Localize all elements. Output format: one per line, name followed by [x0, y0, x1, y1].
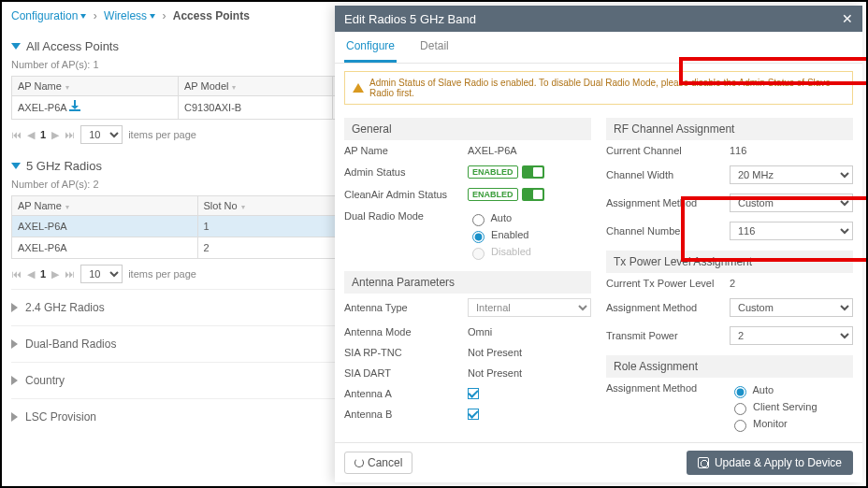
edit-radio-modal: Edit Radios 5 GHz Band ✕ Configure Detai… — [335, 6, 862, 482]
close-icon[interactable]: ✕ — [842, 11, 853, 26]
pager-next-icon[interactable]: ▶ — [51, 129, 59, 141]
crumb-wireless[interactable]: Wireless — [104, 9, 155, 22]
chevron-down-icon — [11, 163, 21, 169]
modal-header: Edit Radios 5 GHz Band ✕ — [335, 6, 862, 32]
role-method-group: Auto Client Serving Monitor — [730, 382, 817, 433]
group-rf: RF Channel Assignment — [606, 118, 853, 140]
cancel-icon — [354, 458, 364, 467]
role-client[interactable]: Client Serving — [730, 399, 817, 416]
pager-label: items per page — [128, 129, 196, 140]
chevron-down-icon — [80, 14, 86, 19]
rf-method-select[interactable]: Custom — [730, 194, 853, 212]
antenna-b-checkbox[interactable] — [468, 409, 479, 420]
channel-number-select[interactable]: 116 — [730, 222, 853, 240]
crumb-configuration[interactable]: Configuration — [11, 9, 86, 22]
chevron-right-icon: › — [90, 9, 101, 22]
admin-status-toggle[interactable]: ENABLED — [468, 165, 544, 179]
chevron-down-icon — [11, 43, 21, 50]
role-auto[interactable]: Auto — [730, 382, 817, 399]
warning-icon — [353, 83, 364, 93]
apply-icon — [698, 457, 709, 468]
apply-button[interactable]: Update & Apply to Device — [687, 451, 853, 475]
pager-next-icon[interactable]: ▶ — [51, 268, 59, 280]
cancel-button[interactable]: Cancel — [344, 452, 412, 474]
group-role: Role Assignment — [606, 355, 853, 378]
pager-size-select[interactable]: 10 — [80, 265, 123, 283]
group-tx: Tx Power Level Assignment — [606, 251, 853, 273]
chevron-right-icon — [11, 303, 18, 312]
pager-label: items per page — [128, 268, 196, 280]
group-general: General — [344, 118, 591, 140]
pager-last-icon[interactable]: ⏭ — [65, 268, 75, 280]
ap-name-value: AXEL-P6A — [468, 145, 591, 156]
chevron-down-icon — [150, 14, 155, 19]
dual-radio-mode-group: Auto Enabled Disabled — [468, 210, 531, 261]
modal-tabs: Configure Detail — [335, 32, 862, 64]
pager-first-icon[interactable]: ⏮ — [11, 129, 22, 140]
transmit-power-select[interactable]: 2 — [730, 326, 853, 345]
warning-banner: Admin Status of Slave Radio is enabled. … — [344, 71, 853, 105]
pager-prev-icon[interactable]: ◀ — [27, 129, 35, 141]
dual-mode-enabled[interactable]: Enabled — [468, 227, 531, 244]
col-ap-model[interactable]: AP Model▾ — [178, 77, 332, 96]
download-icon[interactable] — [69, 102, 80, 111]
modal-footer: Cancel Update & Apply to Device — [335, 442, 862, 482]
pager-last-icon[interactable]: ⏭ — [65, 129, 75, 140]
tab-detail[interactable]: Detail — [418, 32, 451, 60]
crumb-access-points: Access Points — [173, 9, 250, 22]
pager-size-select[interactable]: 10 — [80, 125, 123, 144]
chevron-right-icon — [11, 376, 18, 385]
tab-configure[interactable]: Configure — [344, 32, 397, 63]
role-monitor[interactable]: Monitor — [730, 416, 817, 433]
pager-prev-icon[interactable]: ◀ — [27, 268, 35, 280]
group-antenna: Antenna Parameters — [344, 271, 591, 294]
antenna-a-checkbox[interactable] — [468, 388, 479, 399]
tx-method-select[interactable]: Custom — [730, 298, 853, 317]
modal-title: Edit Radios 5 GHz Band — [344, 12, 476, 26]
dual-mode-auto[interactable]: Auto — [468, 210, 531, 227]
col-ap-name[interactable]: AP Name▾ — [12, 77, 179, 96]
chevron-right-icon — [11, 412, 18, 422]
antenna-type-select: Internal — [468, 298, 591, 317]
cleanair-toggle[interactable]: ENABLED — [468, 188, 544, 201]
col-slot[interactable]: Slot No▾ — [197, 196, 354, 216]
chevron-right-icon: › — [158, 9, 169, 22]
dual-mode-disabled: Disabled — [468, 244, 531, 261]
chevron-right-icon — [11, 339, 18, 349]
pager-first-icon[interactable]: ⏮ — [11, 268, 22, 280]
col-name[interactable]: AP Name▾ — [12, 196, 198, 216]
channel-width-select[interactable]: 20 MHz — [730, 165, 853, 184]
